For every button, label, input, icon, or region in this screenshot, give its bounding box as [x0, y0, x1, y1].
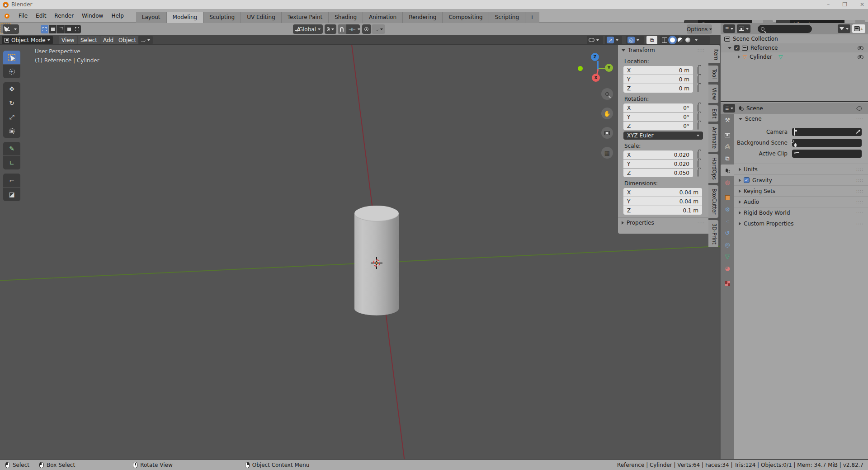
tab-shading[interactable]: Shading: [329, 12, 363, 23]
rotation-y-field[interactable]: Y0°: [623, 113, 693, 121]
menu-window[interactable]: Window: [78, 11, 107, 20]
tab-compositing[interactable]: Compositing: [443, 12, 489, 23]
proportional-editing-toggle[interactable]: [362, 24, 371, 34]
drag-dots-icon[interactable]: ::::: [856, 221, 863, 226]
background-scene-field[interactable]: [792, 139, 862, 147]
shading-solid-icon[interactable]: [670, 38, 675, 42]
ntab-edit[interactable]: Edit: [708, 105, 718, 122]
lock-icon[interactable]: [698, 114, 703, 119]
ntab-item[interactable]: Item: [708, 45, 720, 63]
tab-uv-editing[interactable]: UV Editing: [241, 12, 282, 23]
properties-subpanel-header[interactable]: Properties ::::: [618, 217, 708, 227]
menu-render[interactable]: Render: [50, 11, 78, 20]
ptab-object[interactable]: [721, 192, 734, 203]
xray-toggle[interactable]: ⧉: [646, 36, 657, 44]
transform-panel-header[interactable]: Transform ::::: [618, 45, 708, 55]
panel-gravity[interactable]: ✓ Gravity ::::: [734, 174, 868, 185]
gizmo-z-axis[interactable]: Z: [591, 53, 599, 61]
menu-file[interactable]: File: [14, 11, 32, 20]
outliner-filter-dropdown[interactable]: [737, 24, 750, 33]
rotation-mode-dropdown[interactable]: XYZ Euler: [623, 132, 703, 140]
camera-view-button[interactable]: [601, 127, 613, 139]
tool-select-box[interactable]: [3, 51, 20, 64]
scale-y-field[interactable]: Y0.020: [623, 160, 693, 168]
shading-rendered-icon[interactable]: [685, 38, 690, 42]
outliner-row-reference[interactable]: ✓ Reference: [721, 43, 868, 52]
lock-icon[interactable]: [698, 170, 703, 175]
snap-target-dropdown[interactable]: ⊣⊢: [346, 24, 360, 34]
add-workspace-button[interactable]: +: [525, 12, 539, 23]
lock-icon[interactable]: [698, 85, 703, 91]
ntab-boxcutter[interactable]: BoxCutter: [708, 185, 718, 218]
select-mode-intersect[interactable]: [73, 25, 81, 33]
object-options-dropdown[interactable]: [138, 36, 153, 44]
eyedropper-icon[interactable]: [855, 130, 860, 134]
ptab-output[interactable]: ⎙: [721, 141, 734, 153]
gizmo-neg-y-axis[interactable]: [578, 66, 583, 71]
viewport-3d[interactable]: Object Mode View Select Add Object ↗ ◎ ⧉: [0, 35, 720, 459]
tab-texture-paint[interactable]: Texture Paint: [282, 12, 329, 23]
select-mode-extend[interactable]: [49, 25, 57, 33]
minimize-button[interactable]: –: [827, 1, 830, 8]
lock-icon[interactable]: [698, 152, 703, 157]
hide-eye-icon[interactable]: [858, 55, 863, 59]
camera-field[interactable]: [792, 128, 862, 136]
tab-sculpting[interactable]: Sculpting: [203, 12, 241, 23]
select-mode-set[interactable]: [41, 25, 48, 33]
pan-button[interactable]: ✋: [601, 108, 613, 119]
drag-dots-icon[interactable]: ::::: [856, 189, 863, 193]
options-dropdown[interactable]: Options: [687, 24, 712, 34]
tab-layout[interactable]: Layout: [136, 12, 167, 23]
object-menu[interactable]: Object: [116, 36, 139, 44]
ptab-material[interactable]: ◕: [721, 262, 734, 274]
tool-annotate[interactable]: ✎: [3, 142, 20, 155]
outliner-row-scene-collection[interactable]: Scene Collection: [721, 34, 868, 43]
ptab-scene[interactable]: [721, 164, 734, 176]
add-menu[interactable]: Add: [100, 36, 116, 44]
scale-x-field[interactable]: X0.020: [623, 150, 693, 159]
dimensions-y-field[interactable]: Y0.04 m: [623, 197, 702, 206]
drag-dots-icon[interactable]: ::::: [856, 211, 863, 215]
lock-icon[interactable]: [698, 123, 703, 128]
ptab-view-layer[interactable]: ⧉: [721, 153, 734, 164]
collection-checkbox[interactable]: ✓: [734, 45, 740, 51]
menu-help[interactable]: Help: [107, 11, 127, 20]
tool-bevel-corner[interactable]: ⌐: [3, 174, 20, 187]
blender-menu-icon[interactable]: [4, 13, 11, 19]
drag-dots-icon[interactable]: ::::: [698, 221, 705, 225]
panel-units[interactable]: Units ::::: [734, 164, 868, 174]
mode-dropdown[interactable]: Object Mode: [2, 36, 53, 44]
tool-inset[interactable]: ◪: [3, 188, 20, 201]
location-z-field[interactable]: Z0 m: [623, 84, 693, 93]
ntab-animate[interactable]: Animate: [708, 124, 718, 152]
select-menu[interactable]: Select: [78, 36, 100, 44]
outliner-display-mode-dropdown[interactable]: ☰: [723, 24, 735, 33]
ntab-hardops[interactable]: HardOps: [708, 154, 718, 183]
ptab-render[interactable]: [721, 129, 734, 141]
location-y-field[interactable]: Y0 m: [623, 75, 693, 84]
drag-dots-icon[interactable]: ::::: [856, 167, 863, 172]
dimensions-z-field[interactable]: Z0.1 m: [623, 206, 702, 215]
hide-eye-icon[interactable]: [858, 46, 863, 50]
shading-dropdown[interactable]: [695, 39, 698, 41]
panel-keying-sets[interactable]: Keying Sets ::::: [734, 185, 868, 196]
pin-icon[interactable]: [856, 105, 863, 111]
dimensions-x-field[interactable]: X0.04 m: [623, 188, 702, 197]
proportional-falloff-dropdown[interactable]: [372, 24, 385, 34]
active-clip-field[interactable]: [792, 150, 862, 158]
rotation-z-field[interactable]: Z0°: [623, 122, 693, 130]
drag-dots-icon[interactable]: ::::: [856, 178, 863, 183]
gravity-checkbox[interactable]: ✓: [744, 177, 750, 183]
ptab-constraints[interactable]: ◎: [721, 239, 734, 250]
transform-orientation-dropdown[interactable]: Global: [293, 24, 323, 34]
maximize-button[interactable]: ❐: [842, 1, 847, 8]
shading-material-icon[interactable]: [678, 38, 683, 42]
ntab-tool[interactable]: Tool: [708, 66, 718, 82]
view-menu[interactable]: View: [59, 36, 77, 44]
location-x-field[interactable]: X0 m: [623, 66, 693, 75]
tab-modeling[interactable]: Modeling: [167, 12, 204, 23]
ptab-particles[interactable]: ⁖: [721, 215, 734, 227]
ntab-3dprint[interactable]: 3D-Print: [708, 220, 718, 248]
outliner-restriction-dropdown[interactable]: [838, 24, 850, 33]
scene-panel-header[interactable]: Scene ::::: [734, 114, 868, 124]
